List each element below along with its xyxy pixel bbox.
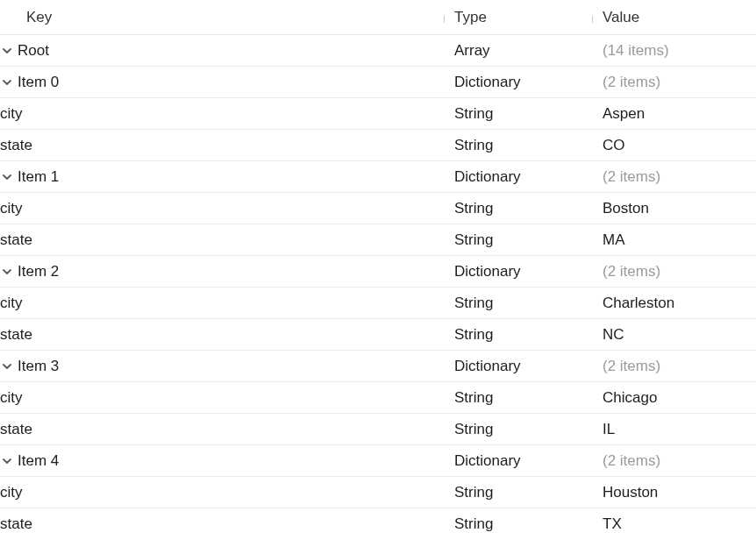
prop-type: String: [454, 295, 493, 311]
prop-value: Aspen: [603, 105, 645, 122]
property-row[interactable]: city String Houston: [0, 477, 756, 508]
value-header[interactable]: Value: [603, 9, 639, 25]
property-row[interactable]: state String TX: [0, 508, 756, 540]
prop-value: TX: [603, 515, 622, 532]
prop-type: String: [454, 326, 493, 343]
item-type: Dictionary: [454, 168, 521, 185]
chevron-down-icon[interactable]: [0, 170, 14, 184]
prop-value: IL: [603, 421, 615, 437]
item-row[interactable]: Item 4 Dictionary (2 items): [0, 445, 756, 477]
property-row[interactable]: state String NC: [0, 319, 756, 351]
item-type: Dictionary: [454, 263, 521, 280]
root-row[interactable]: Root Array (14 items): [0, 35, 756, 67]
plist-editor: Key Type Value Root Array (14 items) Ite…: [0, 0, 756, 540]
item-row[interactable]: Item 1 Dictionary (2 items): [0, 161, 756, 193]
prop-value: CO: [603, 137, 625, 153]
prop-value: MA: [603, 231, 625, 248]
property-row[interactable]: state String CO: [0, 130, 756, 161]
root-key: Root: [18, 42, 49, 60]
item-type: Dictionary: [454, 358, 521, 374]
root-type: Array: [454, 42, 490, 59]
prop-key: city: [0, 105, 23, 123]
item-key: Item 4: [18, 452, 59, 470]
prop-type: String: [454, 515, 493, 532]
prop-type: String: [454, 421, 493, 437]
chevron-down-icon[interactable]: [0, 359, 14, 373]
property-row[interactable]: city String Chicago: [0, 382, 756, 414]
prop-value: NC: [603, 326, 624, 343]
item-key: Item 2: [18, 263, 59, 281]
prop-key: state: [0, 515, 32, 533]
item-value: (2 items): [603, 263, 660, 280]
prop-key: state: [0, 326, 32, 344]
prop-key: city: [0, 200, 23, 217]
item-type: Dictionary: [454, 452, 521, 469]
property-row[interactable]: city String Aspen: [0, 98, 756, 130]
property-row[interactable]: state String IL: [0, 414, 756, 445]
column-headers: Key Type Value: [0, 0, 756, 35]
prop-value: Chicago: [603, 389, 657, 406]
prop-type: String: [454, 200, 493, 217]
key-header[interactable]: Key: [26, 9, 52, 25]
item-value: (2 items): [603, 358, 660, 374]
chevron-down-icon[interactable]: [0, 454, 14, 468]
property-row[interactable]: city String Charleston: [0, 288, 756, 319]
prop-type: String: [454, 231, 493, 248]
chevron-down-icon[interactable]: [0, 265, 14, 279]
item-key: Item 3: [18, 358, 59, 375]
item-type: Dictionary: [454, 74, 521, 90]
prop-key: state: [0, 421, 32, 438]
prop-key: city: [0, 295, 23, 312]
prop-key: city: [0, 484, 23, 501]
item-row[interactable]: Item 0 Dictionary (2 items): [0, 67, 756, 98]
chevron-down-icon[interactable]: [0, 44, 14, 58]
property-row[interactable]: city String Boston: [0, 193, 756, 224]
item-row[interactable]: Item 2 Dictionary (2 items): [0, 256, 756, 288]
item-key: Item 1: [18, 168, 59, 186]
prop-value: Boston: [603, 200, 649, 217]
item-value: (2 items): [603, 74, 660, 90]
prop-key: state: [0, 137, 32, 154]
item-value: (2 items): [603, 452, 660, 469]
prop-key: city: [0, 389, 23, 407]
chevron-down-icon[interactable]: [0, 75, 14, 89]
item-value: (2 items): [603, 168, 660, 185]
prop-type: String: [454, 389, 493, 406]
prop-type: String: [454, 105, 493, 122]
prop-type: String: [454, 484, 493, 501]
property-row[interactable]: state String MA: [0, 224, 756, 256]
prop-value: Charleston: [603, 295, 674, 311]
type-header[interactable]: Type: [454, 9, 487, 25]
item-row[interactable]: Item 3 Dictionary (2 items): [0, 351, 756, 382]
item-key: Item 0: [18, 74, 59, 91]
prop-value: Houston: [603, 484, 658, 501]
prop-type: String: [454, 137, 493, 153]
prop-key: state: [0, 231, 32, 249]
root-value: (14 items): [603, 42, 669, 59]
